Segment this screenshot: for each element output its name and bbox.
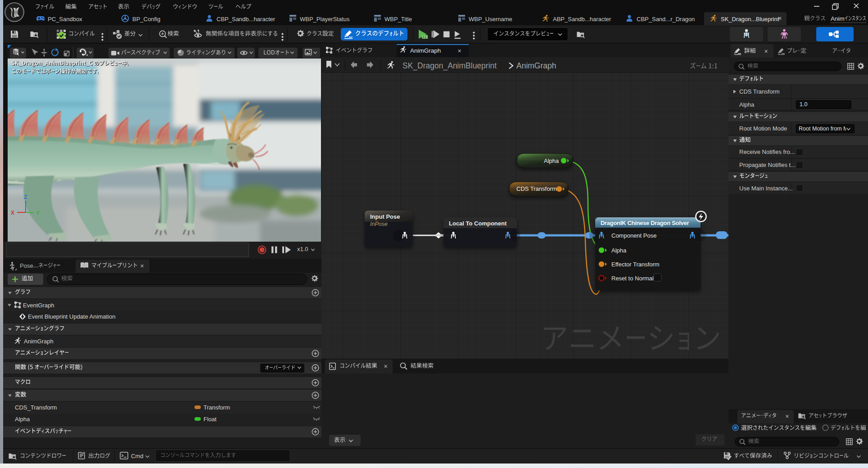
svg-text:CDS Transform: CDS Transform [516,185,557,192]
svg-text:Alpha: Alpha [611,247,627,254]
svg-text:X: X [11,210,14,216]
svg-text:Component Pose: Component Pose [611,232,656,239]
svg-text:Effector Transform: Effector Transform [611,261,660,268]
svg-text:DragonIK Chinese Dragon Solver: DragonIK Chinese Dragon Solver [601,220,689,226]
svg-text:InPose: InPose [370,221,388,227]
svg-text:Reset to Normal ?: Reset to Normal ? [611,275,659,282]
svg-text:Local To Component: Local To Component [449,220,507,227]
svg-text:Input Pose: Input Pose [370,213,400,220]
svg-text:Z: Z [24,194,27,200]
svg-text:Y: Y [36,210,40,216]
svg-text:Alpha: Alpha [544,158,559,164]
